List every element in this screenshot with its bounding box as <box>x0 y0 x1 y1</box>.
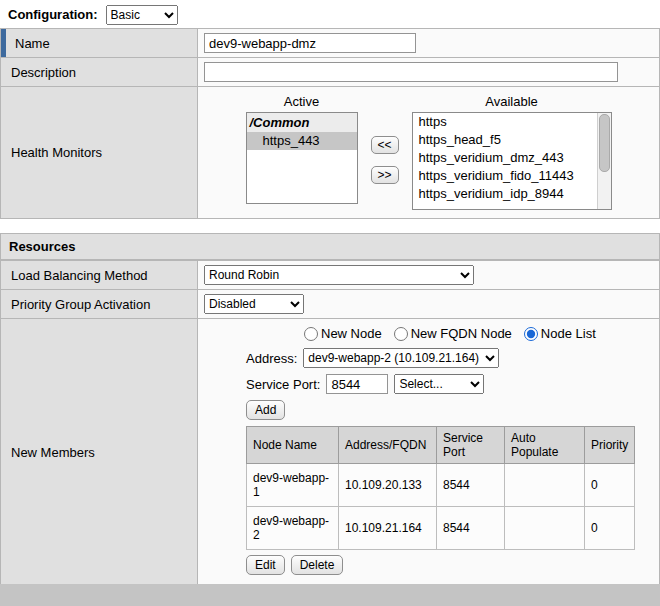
name-label-cell: Name <box>1 29 198 58</box>
health-monitors-row: Health Monitors Active /Common https_443… <box>1 87 660 219</box>
address-select[interactable]: dev9-webapp-2 (10.109.21.164) <box>303 348 499 368</box>
pool-configuration-page: Configuration: Basic Name Description <box>0 0 660 606</box>
members-table-header-row: Node Name Address/FQDN Service Port Auto… <box>247 427 635 464</box>
general-properties-table: Name Description Health Monitors <box>0 28 660 219</box>
member-auto-populate <box>505 507 585 550</box>
priority-group-label-cell: Priority Group Activation <box>1 290 198 319</box>
health-monitors-value-cell: Active /Common https_443 << >> Available <box>198 87 660 219</box>
service-port-input[interactable] <box>326 374 388 394</box>
new-members-label: New Members <box>9 445 95 460</box>
monitor-move-buttons: << >> <box>371 136 399 184</box>
delete-button[interactable]: Delete <box>291 555 344 575</box>
member-address: 10.109.20.133 <box>339 464 437 507</box>
new-members-row: New Members New Node New FQDN Node <box>1 319 660 586</box>
priority-group-label: Priority Group Activation <box>9 297 150 312</box>
available-list-title: Available <box>412 94 612 109</box>
active-monitors-column: Active /Common https_443 <box>246 94 358 204</box>
load-balancing-label: Load Balancing Method <box>9 268 148 283</box>
description-input[interactable] <box>204 62 618 82</box>
available-monitors-listbox[interactable]: https https_head_f5 https_veridium_dmz_4… <box>412 112 612 210</box>
new-members-label-cell: New Members <box>1 319 198 586</box>
member-auto-populate <box>505 464 585 507</box>
priority-group-select[interactable]: Disabled <box>204 294 304 314</box>
member-priority: 0 <box>585 507 635 550</box>
active-partition-header: /Common <box>247 113 357 132</box>
load-balancing-select[interactable]: Round Robin <box>204 265 474 285</box>
address-line: Address: dev9-webapp-2 (10.109.21.164) <box>246 348 653 368</box>
new-node-radio-label: New Node <box>321 326 382 341</box>
move-to-active-button[interactable]: << <box>371 136 399 154</box>
edit-button[interactable]: Edit <box>246 555 285 575</box>
available-monitor-item[interactable]: https <box>413 113 611 131</box>
member-address: 10.109.21.164 <box>339 507 437 550</box>
configuration-select[interactable]: Basic <box>106 5 178 25</box>
active-monitor-item[interactable]: https_443 <box>247 132 357 150</box>
resources-table: Load Balancing Method Round Robin Priori… <box>0 260 660 586</box>
available-list-scrollbar[interactable] <box>597 113 611 209</box>
required-indicator-bar <box>1 29 6 57</box>
available-monitor-item[interactable]: https_head_f5 <box>413 131 611 149</box>
members-table: Node Name Address/FQDN Service Port Auto… <box>246 426 635 550</box>
name-input[interactable] <box>204 33 416 53</box>
load-balancing-row: Load Balancing Method Round Robin <box>1 261 660 290</box>
member-priority: 0 <box>585 464 635 507</box>
address-label: Address: <box>246 351 297 366</box>
members-header-node-name: Node Name <box>247 427 339 464</box>
member-row[interactable]: dev9-webapp-2 10.109.21.164 8544 0 <box>247 507 635 550</box>
description-value-cell <box>198 58 660 87</box>
priority-group-row: Priority Group Activation Disabled <box>1 290 660 319</box>
members-header-address: Address/FQDN <box>339 427 437 464</box>
configuration-label: Configuration: <box>8 7 98 22</box>
member-node-name: dev9-webapp-2 <box>247 507 339 550</box>
member-service-port: 8544 <box>437 464 505 507</box>
add-button-line: Add <box>246 400 653 420</box>
members-header-auto-populate: Auto Populate <box>505 427 585 464</box>
available-monitors-column: Available https https_head_f5 https_veri… <box>412 94 612 210</box>
scrollbar-thumb[interactable] <box>599 114 610 172</box>
description-label: Description <box>9 65 76 80</box>
node-list-radio-option[interactable]: Node List <box>524 326 596 341</box>
edit-delete-line: Edit Delete <box>246 555 653 575</box>
active-monitors-listbox[interactable]: /Common https_443 <box>246 112 358 204</box>
load-balancing-value-cell: Round Robin <box>198 261 660 290</box>
node-list-radio[interactable] <box>524 327 538 341</box>
health-monitors-label-cell: Health Monitors <box>1 87 198 219</box>
name-label: Name <box>9 36 50 51</box>
new-node-radio[interactable] <box>304 327 318 341</box>
resources-section-header: Resources <box>0 233 660 260</box>
resources-section-title: Resources <box>9 239 75 254</box>
name-row: Name <box>1 29 660 58</box>
service-port-line: Service Port: Select... <box>246 374 653 394</box>
member-service-port: 8544 <box>437 507 505 550</box>
service-port-select[interactable]: Select... <box>394 374 484 394</box>
new-fqdn-node-radio-label: New FQDN Node <box>411 326 512 341</box>
new-fqdn-node-radio-option[interactable]: New FQDN Node <box>394 326 512 341</box>
available-monitor-item[interactable]: https_veridium_idp_8944 <box>413 185 611 203</box>
available-monitor-item[interactable]: https_veridium_dmz_443 <box>413 149 611 167</box>
add-button[interactable]: Add <box>246 400 285 420</box>
bottom-window-strip <box>0 584 660 606</box>
health-monitors-label: Health Monitors <box>9 145 102 160</box>
move-to-available-button[interactable]: >> <box>371 166 399 184</box>
new-fqdn-node-radio[interactable] <box>394 327 408 341</box>
priority-group-value-cell: Disabled <box>198 290 660 319</box>
active-list-title: Active <box>246 94 358 109</box>
node-list-radio-label: Node List <box>541 326 596 341</box>
description-label-cell: Description <box>1 58 198 87</box>
node-mode-radio-group: New Node New FQDN Node Node List <box>304 326 653 341</box>
new-node-radio-option[interactable]: New Node <box>304 326 382 341</box>
members-header-service-port: Service Port <box>437 427 505 464</box>
service-port-label: Service Port: <box>246 377 320 392</box>
new-members-value-cell: New Node New FQDN Node Node List Address… <box>198 319 660 586</box>
name-value-cell <box>198 29 660 58</box>
description-row: Description <box>1 58 660 87</box>
member-node-name: dev9-webapp-1 <box>247 464 339 507</box>
members-header-priority: Priority <box>585 427 635 464</box>
load-balancing-label-cell: Load Balancing Method <box>1 261 198 290</box>
available-monitor-item[interactable]: https_veridium_fido_11443 <box>413 167 611 185</box>
configuration-bar: Configuration: Basic <box>0 0 660 28</box>
member-row[interactable]: dev9-webapp-1 10.109.20.133 8544 0 <box>247 464 635 507</box>
